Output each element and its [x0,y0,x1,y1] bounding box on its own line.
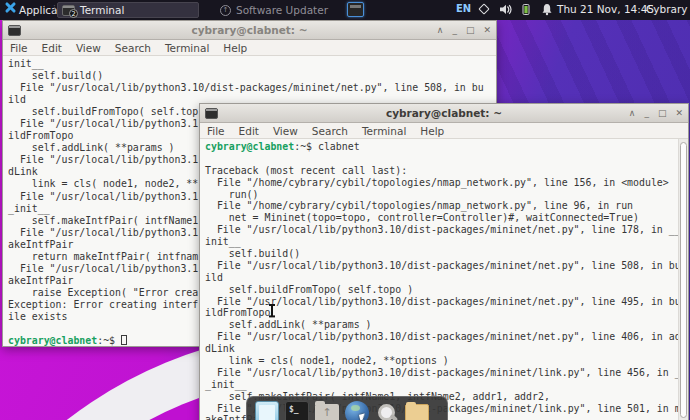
terminal-line: net = Mininet(topo=topo, controller=Cont… [205,212,678,224]
taskbar-item-software-updater[interactable]: ↑ Software Updater [220,2,346,18]
terminal-line: File "/home/cybrary/cybil/topologies/nma… [205,177,678,189]
close-button[interactable]: ✕ [483,25,491,35]
terminal-line: dLink [205,343,678,355]
menu-item[interactable]: Search [108,42,158,54]
cursor-arrow-icon [359,413,367,420]
dock: $_ ↑ [246,396,448,420]
close-button[interactable]: ✕ [675,108,683,118]
terminal-line: File "/home/cybrary/cybil/topologies/nma… [205,200,678,212]
terminal-line: Traceback (most recent call last): [205,165,678,177]
terminal-task-icon: 2 [62,5,75,16]
maximize-button[interactable]: □ [658,108,667,118]
shade-button[interactable]: ∧ [437,25,444,35]
command-text: clabnet [318,141,360,152]
menu-item[interactable]: Edit [232,125,266,137]
menu-item[interactable]: File [3,42,35,54]
terminal-output: cybrary@clabnet:~$ clabnet Traceback (mo… [200,139,678,420]
scrollbar-thumb[interactable] [680,142,687,418]
panel-separator: ⁞ [53,3,56,13]
terminal-line: File "/usr/local/lib/python3.10/dist-pac… [205,367,678,379]
menu-item[interactable]: Terminal [158,42,216,54]
prompt-line: cybrary@clabnet:~$ clabnet [205,141,678,153]
prompt: cybrary@clabnet [8,335,97,346]
menu-item[interactable]: Help [413,125,451,137]
menu-item[interactable]: Help [216,42,254,54]
top-panel: Applications ⁞ 2 Terminal ↑ Software Upd… [0,0,690,20]
terminal-window-icon [205,108,218,119]
titlebar[interactable]: cybrary@clabnet: ~ ∧ _ □ ✕ [3,21,496,40]
menu-item[interactable]: Terminal [355,125,413,137]
terminal-line: self.build() [205,248,678,260]
terminal-line [205,153,678,165]
prompt: cybrary@clabnet [205,141,294,152]
taskbar-label: Software Updater [236,4,328,16]
user-menu[interactable]: Cybrary Use [646,3,690,15]
terminal-line: File "/usr/local/lib/python3.10/dist-pac… [205,331,678,343]
file-manager-icon[interactable]: ↑ [315,404,339,420]
scrollbar-track[interactable] [678,139,688,420]
shade-button[interactable]: ∧ [629,108,636,118]
folder-icon[interactable] [405,404,429,420]
terminal-line: init__ [8,58,496,70]
menubar: FileEditViewSearchTerminalHelp [3,40,496,56]
prompt-suffix: :~$ [97,335,121,346]
pinned-terminal-icon[interactable] [347,2,364,17]
software-updater-icon: ↑ [220,5,231,16]
menu-item[interactable]: Search [305,125,355,137]
titlebar[interactable]: cybrary@clabnet: ~ ∧ _ □ ✕ [200,104,688,123]
clock[interactable]: Thu 21 Nov, 14:45 [557,3,654,15]
desktop: cybrary@clabnet: ~ ∧ _ □ ✕ FileEditViewS… [0,0,690,420]
menu-item[interactable]: View [69,42,108,54]
minimize-button[interactable]: _ [452,25,457,35]
search-icon[interactable] [375,401,399,420]
taskbar-label: Terminal [80,4,124,16]
menu-item[interactable]: Edit [35,42,69,54]
menu-item[interactable]: File [200,125,232,137]
minimize-button[interactable]: _ [644,108,649,118]
terminal-line: self.buildFromTopo( self.topo ) [205,284,678,296]
terminal-line: init__ [205,236,678,248]
terminal-line: run() [205,189,678,201]
terminal-window-icon [8,25,21,36]
prompt-suffix: :~$ [294,141,318,152]
terminal-line: ild [205,272,678,284]
window-title: cybrary@clabnet: ~ [3,24,496,36]
menubar: FileEditViewSearchTerminalHelp [200,123,688,139]
terminal-line: _init__ [205,379,678,391]
mouse-ibeam-cursor [268,304,276,317]
maximize-button[interactable]: □ [466,25,475,35]
keyboard-layout-indicator[interactable]: EN [456,3,471,14]
window-title: cybrary@clabnet: ~ [200,107,688,119]
terminal-icon[interactable]: $_ [285,401,309,420]
xfce-logo-icon [4,5,15,16]
terminal-line: self.addLink( **params ) [205,319,678,331]
terminal-line: link = cls( node1, node2, **options ) [205,355,678,367]
terminal-line: self.build() [8,70,496,82]
badge-count: 2 [69,9,78,18]
taskbar-item-terminal[interactable]: 2 Terminal [57,2,199,18]
terminal-line: File "/usr/local/lib/python3.10/dist-pac… [205,260,678,272]
terminal-line: File "/usr/local/lib/python3.10/dist-pac… [205,224,678,236]
terminal-window-front: cybrary@clabnet: ~ ∧ _ □ ✕ FileEditViewS… [199,103,689,420]
display-icon[interactable] [255,401,279,420]
web-browser-icon[interactable] [345,401,369,420]
terminal-line: File "/usr/local/lib/python3.10/dist-pac… [8,82,496,94]
menu-item[interactable]: View [266,125,305,137]
terminal-cursor [121,335,127,345]
network-icon[interactable] [478,3,489,14]
